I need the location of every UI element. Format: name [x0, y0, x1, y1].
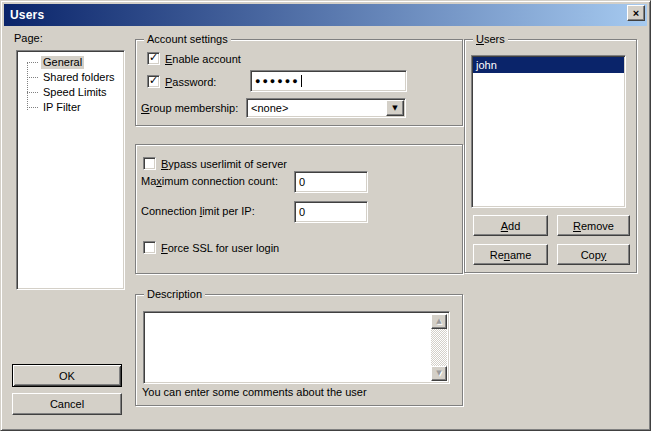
password-value: ●●●●●●: [255, 76, 300, 86]
users-dialog: Users × Page: General Shared folders Spe…: [0, 0, 651, 431]
arrow-down-icon: ▼: [436, 370, 441, 377]
page-list[interactable]: General Shared folders Speed Limits IP F…: [16, 50, 125, 290]
description-hint: You can enter some comments about the us…: [142, 386, 367, 398]
page-label: Page:: [14, 32, 43, 44]
users-group-title: Users: [473, 32, 508, 46]
tree-item-label: General: [41, 56, 84, 69]
checkmark-icon: ✓: [149, 74, 158, 87]
tree-branch-line: [27, 107, 38, 108]
password-checkbox[interactable]: ✓ Password:: [147, 75, 216, 88]
ok-button[interactable]: OK: [12, 364, 122, 387]
list-item-john[interactable]: john: [473, 57, 624, 73]
group-membership-value: <none>: [251, 102, 288, 114]
max-connections-value: 0: [299, 176, 305, 188]
arrow-up-icon: ▲: [436, 318, 441, 325]
tree-branch-line: [27, 77, 38, 78]
description-scrollbar: ▲ ▼: [431, 314, 447, 381]
checkbox-box: [143, 241, 156, 254]
tree-item-label: Shared folders: [41, 71, 117, 84]
group-membership-label: Group membership:: [141, 102, 238, 114]
ip-limit-value: 0: [299, 206, 305, 218]
max-connections-label: Maximum connection count:: [141, 175, 278, 187]
scroll-up-button[interactable]: ▲: [431, 314, 447, 329]
force-ssl-label: Force SSL for user login: [161, 242, 279, 254]
users-list[interactable]: john: [471, 55, 626, 208]
force-ssl-checkbox[interactable]: Force SSL for user login: [143, 241, 279, 254]
ip-limit-field[interactable]: 0: [294, 201, 368, 223]
tree-item-label: IP Filter: [41, 101, 83, 114]
enable-account-checkbox[interactable]: ✓ Enable account: [147, 52, 241, 65]
checkmark-icon: ✓: [149, 51, 158, 64]
description-title: Description: [144, 287, 205, 301]
checkbox-box: [143, 157, 156, 170]
dialog-title: Users: [10, 8, 44, 22]
dropdown-arrow-button[interactable]: ▼: [386, 100, 404, 116]
password-label: Password:: [165, 76, 216, 88]
scroll-track: [431, 329, 447, 366]
ip-limit-label: Connection limit per IP:: [141, 205, 255, 217]
remove-user-button[interactable]: Remove: [557, 215, 630, 236]
checkbox-box: ✓: [147, 75, 160, 88]
close-button[interactable]: ×: [627, 5, 645, 21]
copy-user-button[interactable]: Copy: [557, 244, 630, 265]
tree-item-ip-filter[interactable]: IP Filter: [17, 100, 124, 115]
rename-user-button[interactable]: Rename: [473, 244, 548, 265]
text-caret: [301, 75, 302, 87]
chevron-down-icon: ▼: [392, 105, 397, 112]
titlebar: Users: [4, 4, 647, 26]
account-settings-title: Account settings: [144, 32, 231, 46]
group-membership-select[interactable]: <none> ▼: [246, 98, 406, 118]
cancel-button[interactable]: Cancel: [12, 393, 122, 415]
scroll-down-button[interactable]: ▼: [431, 366, 447, 381]
password-field[interactable]: ●●●●●●: [250, 70, 407, 92]
tree-item-general[interactable]: General: [17, 55, 124, 70]
bypass-userlimit-label: Bypass userlimit of server: [161, 158, 287, 170]
max-connections-field[interactable]: 0: [294, 171, 368, 193]
bypass-userlimit-checkbox[interactable]: Bypass userlimit of server: [143, 157, 287, 170]
enable-account-label: Enable account: [165, 53, 241, 65]
tree-item-shared-folders[interactable]: Shared folders: [17, 70, 124, 85]
checkbox-box: ✓: [147, 52, 160, 65]
description-textarea[interactable]: ▲ ▼: [143, 311, 450, 384]
tree-item-speed-limits[interactable]: Speed Limits: [17, 85, 124, 100]
tree-branch-line: [27, 92, 38, 93]
close-icon: ×: [633, 8, 639, 19]
tree-branch-line: [27, 62, 38, 63]
tree-item-label: Speed Limits: [41, 86, 109, 99]
add-user-button[interactable]: Add: [473, 215, 548, 236]
